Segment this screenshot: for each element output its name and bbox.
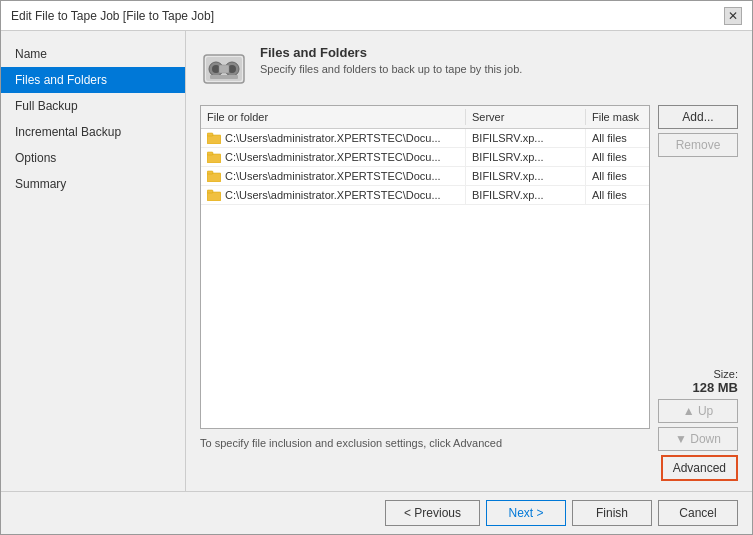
sidebar: NameFiles and FoldersFull BackupIncremen… [1, 31, 186, 491]
row-server-cell: BIFILSRV.xp... [466, 186, 586, 204]
size-info: Size: 128 MB [658, 364, 738, 395]
right-button-panel: Add... Remove Size: 128 MB ▲ Up ▼ Down [658, 105, 738, 451]
table-note: To specify file inclusion and exclusion … [200, 435, 650, 451]
svg-rect-8 [207, 135, 221, 144]
svg-rect-6 [210, 75, 238, 79]
row-server-cell: BIFILSRV.xp... [466, 167, 586, 185]
table-row[interactable]: C:\Users\administrator.XPERTSTEC\Docu...… [201, 186, 649, 205]
finish-button[interactable]: Finish [572, 500, 652, 526]
next-button[interactable]: Next > [486, 500, 566, 526]
svg-rect-10 [207, 154, 221, 163]
sidebar-item-full-backup[interactable]: Full Backup [1, 93, 185, 119]
row-server-cell: BIFILSRV.xp... [466, 148, 586, 166]
row-mask-cell: All files [586, 148, 649, 166]
row-file-cell: C:\Users\administrator.XPERTSTEC\Docu... [201, 129, 466, 147]
table-section: File or folderServerFile mask C:\Users\a… [200, 105, 650, 451]
svg-rect-11 [207, 152, 213, 155]
content-area: File or folderServerFile mask C:\Users\a… [200, 105, 738, 451]
size-label: Size: [658, 368, 738, 380]
down-button[interactable]: ▼ Down [658, 427, 738, 451]
row-file-cell: C:\Users\administrator.XPERTSTEC\Docu... [201, 148, 466, 166]
dialog-window: Edit File to Tape Job [File to Tape Job]… [0, 0, 753, 535]
svg-rect-13 [207, 171, 213, 174]
header-description: Specify files and folders to back up to … [260, 63, 522, 75]
cancel-button[interactable]: Cancel [658, 500, 738, 526]
sidebar-item-files-and-folders[interactable]: Files and Folders [1, 67, 185, 93]
svg-rect-9 [207, 133, 213, 136]
row-server-cell: BIFILSRV.xp... [466, 129, 586, 147]
sidebar-item-summary[interactable]: Summary [1, 171, 185, 197]
svg-rect-7 [219, 65, 229, 73]
folder-icon [207, 170, 221, 182]
table-row[interactable]: C:\Users\administrator.XPERTSTEC\Docu...… [201, 148, 649, 167]
size-value: 128 MB [658, 380, 738, 395]
title-bar-text: Edit File to Tape Job [File to Tape Job] [11, 9, 214, 23]
svg-rect-14 [207, 192, 221, 201]
previous-button[interactable]: < Previous [385, 500, 480, 526]
col-server-header: Server [466, 109, 586, 125]
row-file-cell: C:\Users\administrator.XPERTSTEC\Docu... [201, 167, 466, 185]
file-table[interactable]: File or folderServerFile mask C:\Users\a… [200, 105, 650, 429]
table-header: File or folderServerFile mask [201, 106, 649, 129]
col-file-or-folder-header: File or folder [201, 109, 466, 125]
header-title: Files and Folders [260, 45, 522, 60]
close-button[interactable]: ✕ [724, 7, 742, 25]
row-file-cell: C:\Users\administrator.XPERTSTEC\Docu... [201, 186, 466, 204]
tape-icon [200, 45, 248, 93]
footer: < Previous Next > Finish Cancel [1, 491, 752, 534]
title-bar: Edit File to Tape Job [File to Tape Job]… [1, 1, 752, 31]
up-button[interactable]: ▲ Up [658, 399, 738, 423]
dialog-body: NameFiles and FoldersFull BackupIncremen… [1, 31, 752, 491]
remove-button[interactable]: Remove [658, 133, 738, 157]
advanced-row: Advanced [200, 455, 738, 481]
row-mask-cell: All files [586, 186, 649, 204]
sidebar-item-incremental-backup[interactable]: Incremental Backup [1, 119, 185, 145]
svg-rect-15 [207, 190, 213, 193]
sidebar-item-name[interactable]: Name [1, 41, 185, 67]
col-file-mask-header: File mask [586, 109, 649, 125]
row-mask-cell: All files [586, 167, 649, 185]
folder-icon [207, 151, 221, 163]
header-text: Files and Folders Specify files and fold… [260, 45, 522, 75]
header-area: Files and Folders Specify files and fold… [200, 45, 738, 93]
folder-icon [207, 189, 221, 201]
folder-icon [207, 132, 221, 144]
table-row[interactable]: C:\Users\administrator.XPERTSTEC\Docu...… [201, 167, 649, 186]
sidebar-item-options[interactable]: Options [1, 145, 185, 171]
table-row[interactable]: C:\Users\administrator.XPERTSTEC\Docu...… [201, 129, 649, 148]
advanced-button[interactable]: Advanced [661, 455, 738, 481]
add-button[interactable]: Add... [658, 105, 738, 129]
svg-rect-12 [207, 173, 221, 182]
row-mask-cell: All files [586, 129, 649, 147]
main-content: Files and Folders Specify files and fold… [186, 31, 752, 491]
